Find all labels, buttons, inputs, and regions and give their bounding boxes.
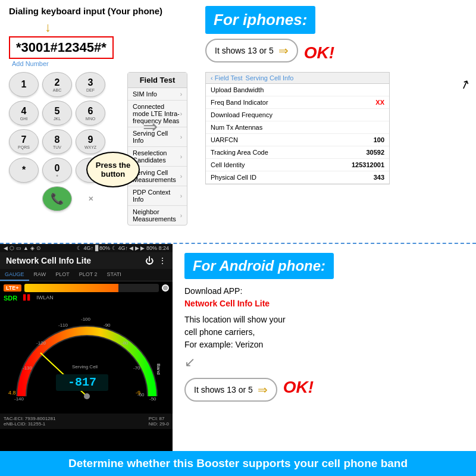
recents-icon: ▭ [16,245,21,251]
app-header-icons: ⏻ ⋮ [145,256,167,265]
svg-text:-90: -90 [104,322,111,328]
statusbar-left-icons: ◀ ⬡ ▭ ▲ ◈ ⊙ [4,245,41,251]
key-7[interactable]: 7PQRS [9,129,39,154]
clear-button[interactable]: ✕ [76,186,105,211]
ft-item-neighbor[interactable]: Neighbor Measurements › [128,206,187,225]
bottom-banner: Determine whether this Booster supports … [0,451,476,476]
svg-text:-110: -110 [58,322,68,328]
moon-icon: ☾ [77,245,82,251]
ft-row-freq-value: XX [375,99,384,106]
key-1[interactable]: 1 [9,72,39,97]
svg-point-12 [84,393,90,399]
iphone-header-text: For iphones: [214,11,307,29]
bottom-half: ◀ ⬡ ▭ ▲ ◈ ⊙ ☾ 4G↑ ▊80% ☾ 4G↑ ◀ ▶ ▶ 80% 8… [0,244,476,451]
right-panel: For iphones: It shows 13 or 5 ⇒ OK! ‹ Fi… [196,0,476,243]
ft-row-tx: Num Tx Antennas [206,121,389,134]
nid: NID: 29-0 [149,421,169,427]
key-4[interactable]: 4GHI [9,101,39,126]
svg-text:Serving Cell: Serving Cell [72,364,98,369]
sdr-row: SDR ▋▋ IWLAN [4,295,169,302]
key-2[interactable]: 2ABC [42,72,72,97]
android-app-header: Network Cell Info Lite ⏻ ⋮ [0,252,173,269]
ft-row-tx-label: Num Tx Antennas [211,124,262,131]
svg-text:Band: Band [156,364,161,375]
android-description: This location will show yourcell phone c… [184,314,467,351]
field-test-panel: Field Test SIM Info › Connected mode LTE… [127,72,187,226]
tab-gauge[interactable]: GAUGE [0,269,29,281]
ft-row-download: Download Frequency [206,109,389,121]
key-9[interactable]: 9WXYZ [76,129,105,154]
ft-row-tac: Tracking Area Code 30592 [206,146,389,159]
android-statusbar: ◀ ⬡ ▭ ▲ ◈ ⊙ ☾ 4G↑ ▊80% ☾ 4G↑ ◀ ▶ ▶ 80% 8… [0,244,173,252]
ft-arrow-reselection: › [180,154,182,160]
statusbar-right-icons: ☾ 4G↑ ▊80% ☾ 4G↑ ◀ ▶ ▶ 80% 8:24 [77,245,169,251]
ft-row-uarfcn: UARFCN 100 [206,134,389,146]
power-icon[interactable]: ⏻ [145,256,154,265]
key-empty-left [9,186,39,211]
gauge-svg-container: -140 -130 -120 -110 -100 -90 -80 [4,304,169,411]
android-arrow-icon: ↙ [184,355,467,370]
key-0[interactable]: 0+ [42,158,72,183]
ft-arrow-pdp: › [180,193,182,199]
ft-arrow-sim: › [180,91,182,98]
ft-detail-header: ‹ Field Test Serving Cell Info [206,73,389,84]
signal-bar-fill [24,284,118,292]
battery-icon: ▊80% [95,245,110,251]
key-8[interactable]: 8TUV [42,129,72,154]
svg-text:-70: -70 [133,365,140,371]
arrow-down-icon: ↓ [45,20,187,35]
tab-stati[interactable]: STATI [102,269,126,281]
svg-text:-9: -9 [136,390,140,396]
ft-item-measurements-label: Serving Cell Measurements [133,169,180,183]
ft-row-uarfcn-value: 100 [374,136,384,143]
enb-lcid: eNB-LCID: 31255-1 [4,421,55,427]
ft-row-tac-value: 30592 [366,149,384,156]
ft-row-upload: Upload Bandwidth [206,84,389,96]
ft-arrow-serving: › [180,134,182,140]
svg-text:4.8: 4.8 [8,390,16,396]
ft-item-pdp[interactable]: PDP Context Info › [128,186,187,206]
android-app-name: Network Cell Info Lite [184,299,270,308]
add-number-link[interactable]: Add Number [12,60,187,67]
tab-plot2[interactable]: PLOT 2 [74,269,102,281]
pci: PCI: 87 [149,416,169,421]
call-button[interactable]: 📞 [42,186,72,211]
ft-detail-back[interactable]: ‹ Field Test [211,74,243,82]
android-footer: TAC-ECI: 7939-8001281 eNB-LCID: 31255-1 … [0,414,173,429]
key-5[interactable]: 5JKL [42,101,72,126]
wifi-icon: ◈ [30,245,35,251]
press-button-bubble: Press thebutton [86,152,140,187]
ft-arrow-lte: › [180,111,182,117]
more-icon[interactable]: ⋮ [158,256,167,265]
iphone-shows-text: It shows 13 or 5 [215,46,274,55]
ft-row-uarfcn-label: UARFCN [211,136,238,143]
ft-row-download-label: Download Frequency [211,111,273,118]
android-info-panel: For Android phone: Download APP: Network… [173,244,476,451]
ft-arrow-neighbor: › [180,212,182,219]
ft-row-freq: Freq Band Indicator XX [206,96,389,109]
dial-code-box: *3001#12345#* [9,36,114,59]
key-6[interactable]: 6MNO [76,101,105,126]
ft-row-upload-label: Upload Bandwidth [211,86,264,93]
sdr-label: SDR [4,295,17,302]
svg-text:-50: -50 [149,396,156,402]
ft-row-cell-value: 125312001 [352,161,384,168]
key-3[interactable]: 3DEF [76,72,105,97]
tac-eci: TAC-ECI: 7939-8001281 [4,416,55,421]
ft-item-sim-label: SIM Info [133,90,157,98]
back-icon: ◀ [4,245,8,251]
ft-item-sim[interactable]: SIM Info › [128,88,187,101]
signal-dot [162,284,169,292]
key-star[interactable]: * [9,158,39,183]
ft-item-neighbor-label: Neighbor Measurements [133,208,180,223]
tab-raw[interactable]: RAW [29,269,51,281]
iphone-header: For iphones: [205,6,315,34]
ft-arrow-measurements: › [180,173,182,180]
android-ok-text: OK! [283,378,314,397]
svg-text:-817: -817 [68,375,96,389]
signal-icon: ▲ [23,245,29,251]
tab-plot[interactable]: PLOT [51,269,74,281]
ft-row-cell: Cell Identity 125312001 [206,159,389,171]
ft-row-cell-label: Cell Identity [211,161,245,168]
main-container: Dialing keyboard input (Your phone) ↓ *3… [0,0,476,476]
